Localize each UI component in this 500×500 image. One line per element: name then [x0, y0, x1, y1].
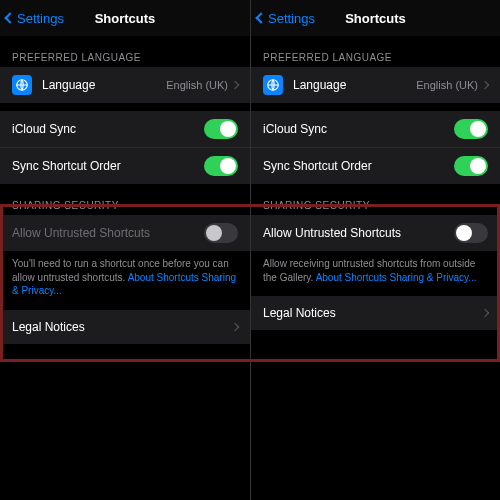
language-value: English (UK) — [416, 79, 478, 91]
globe-icon — [12, 75, 32, 95]
allow-untrusted-label: Allow Untrusted Shortcuts — [12, 226, 204, 240]
pane-right: Settings Shortcuts PREFERRED LANGUAGE La… — [250, 0, 500, 500]
back-label: Settings — [17, 11, 64, 26]
cell-icloud-sync: iCloud Sync — [0, 111, 250, 147]
toggle-allow-untrusted — [204, 223, 238, 243]
language-label: Language — [42, 78, 166, 92]
section-sharing-security: SHARING SECURITY — [0, 184, 250, 215]
navbar: Settings Shortcuts — [251, 0, 500, 36]
sync-order-label: Sync Shortcut Order — [263, 159, 454, 173]
chevron-left-icon — [4, 12, 15, 23]
chevron-right-icon — [481, 81, 489, 89]
cell-allow-untrusted: Allow Untrusted Shortcuts — [251, 215, 500, 251]
comparison-container: Settings Shortcuts PREFERRED LANGUAGE La… — [0, 0, 500, 500]
navbar: Settings Shortcuts — [0, 0, 250, 36]
cell-sync-order: Sync Shortcut Order — [0, 147, 250, 184]
sync-order-label: Sync Shortcut Order — [12, 159, 204, 173]
cell-legal-notices[interactable]: Legal Notices — [0, 310, 250, 344]
toggle-icloud-sync[interactable] — [454, 119, 488, 139]
cell-icloud-sync: iCloud Sync — [251, 111, 500, 147]
section-preferred-language: PREFERRED LANGUAGE — [251, 36, 500, 67]
cell-legal-notices[interactable]: Legal Notices — [251, 296, 500, 330]
footer-link[interactable]: About Shortcuts Sharing & Privacy... — [316, 272, 477, 283]
chevron-left-icon — [255, 12, 266, 23]
globe-icon — [263, 75, 283, 95]
toggle-sync-order[interactable] — [454, 156, 488, 176]
back-button[interactable]: Settings — [6, 11, 64, 26]
legal-notices-label: Legal Notices — [263, 306, 482, 320]
back-label: Settings — [268, 11, 315, 26]
allow-untrusted-label: Allow Untrusted Shortcuts — [263, 226, 454, 240]
toggle-sync-order[interactable] — [204, 156, 238, 176]
section-sharing-security: SHARING SECURITY — [251, 184, 500, 215]
back-button[interactable]: Settings — [257, 11, 315, 26]
pane-left: Settings Shortcuts PREFERRED LANGUAGE La… — [0, 0, 250, 500]
chevron-right-icon — [231, 81, 239, 89]
legal-notices-label: Legal Notices — [12, 320, 232, 334]
toggle-icloud-sync[interactable] — [204, 119, 238, 139]
footer-untrusted: You'll need to run a shortcut once befor… — [0, 251, 250, 310]
footer-untrusted: Allow receiving untrusted shortcuts from… — [251, 251, 500, 296]
cell-sync-order: Sync Shortcut Order — [251, 147, 500, 184]
chevron-right-icon — [231, 322, 239, 330]
cell-allow-untrusted: Allow Untrusted Shortcuts — [0, 215, 250, 251]
chevron-right-icon — [481, 309, 489, 317]
icloud-sync-label: iCloud Sync — [12, 122, 204, 136]
toggle-allow-untrusted[interactable] — [454, 223, 488, 243]
icloud-sync-label: iCloud Sync — [263, 122, 454, 136]
cell-language[interactable]: Language English (UK) — [251, 67, 500, 103]
section-preferred-language: PREFERRED LANGUAGE — [0, 36, 250, 67]
language-value: English (UK) — [166, 79, 228, 91]
cell-language[interactable]: Language English (UK) — [0, 67, 250, 103]
language-label: Language — [293, 78, 416, 92]
